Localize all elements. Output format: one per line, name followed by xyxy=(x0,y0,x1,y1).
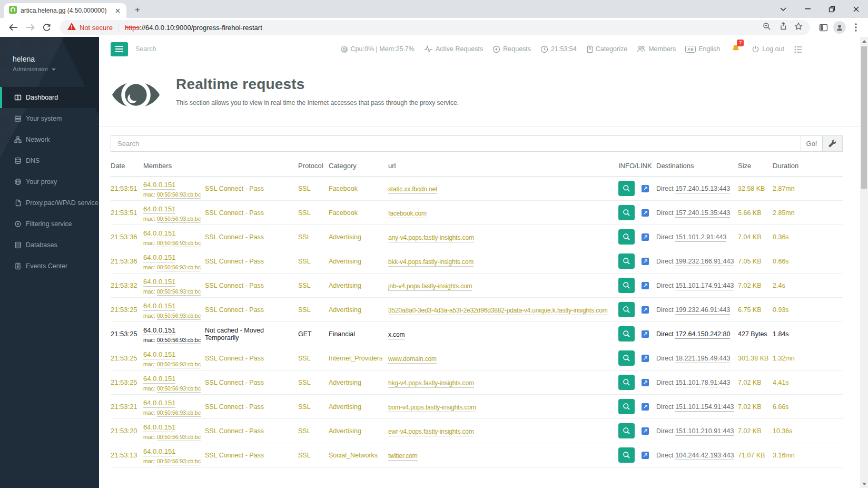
inspect-request-button[interactable] xyxy=(618,205,635,220)
destination-link[interactable]: 172.64.150.242:80 xyxy=(675,330,730,339)
sidebar-item-your-proxy[interactable]: Your proxy xyxy=(0,171,99,192)
sidebar-item-dashboard[interactable]: Dashboard xyxy=(0,87,99,108)
member-ip-link[interactable]: 64.0.0.151 xyxy=(143,350,175,359)
forward-button[interactable] xyxy=(23,21,37,34)
member-mac-link[interactable]: 00:50:56:93:cb:bc xyxy=(157,288,201,296)
external-link-button[interactable] xyxy=(642,306,649,314)
destination-link[interactable]: 199.232.46.91:443 xyxy=(675,306,730,315)
member-ip-link[interactable]: 64.0.0.151 xyxy=(143,205,175,214)
categorize-link[interactable]: Categorize xyxy=(586,45,627,53)
member-ip-link[interactable]: 64.0.0.151 xyxy=(143,181,175,190)
destination-link[interactable]: 157.240.15.35:443 xyxy=(675,209,730,218)
member-ip-link[interactable]: 64.0.0.151 xyxy=(143,375,175,384)
member-mac-link[interactable]: 00:50:56:93:cb:bc xyxy=(157,434,201,441)
user-role-dropdown[interactable]: Administrator xyxy=(13,66,99,72)
sidebar-item-events-center[interactable]: Events Center xyxy=(0,256,99,277)
task-list-icon[interactable] xyxy=(794,45,802,53)
language-selector[interactable]: AB English xyxy=(685,45,720,53)
external-link-button[interactable] xyxy=(642,330,649,338)
member-mac-link[interactable]: 00:50:56:93:cb:bc xyxy=(157,458,201,465)
address-bar[interactable]: Not secure https://64.0.0.10:9000/progre… xyxy=(60,20,810,35)
destination-link[interactable]: 199.232.166.91:443 xyxy=(675,258,734,266)
request-url-link[interactable]: ewr-v4.pops.fastly-insights.com xyxy=(388,428,474,436)
request-url-link[interactable]: 3520a8a0-3ed3-4d3a-a53f-2e32d96d3882-pda… xyxy=(388,307,608,315)
table-search-input[interactable] xyxy=(111,135,801,152)
minimize-button[interactable] xyxy=(795,0,820,18)
request-url-link[interactable]: x.com xyxy=(388,331,405,339)
external-link-button[interactable] xyxy=(642,209,649,217)
member-ip-link[interactable]: 64.0.0.151 xyxy=(143,447,175,456)
tab-search-chevron-icon[interactable] xyxy=(771,0,795,18)
active-requests-link[interactable]: Active Requests xyxy=(424,45,483,53)
requests-link[interactable]: Requests xyxy=(492,45,531,53)
inspect-request-button[interactable] xyxy=(618,229,635,245)
member-mac-link[interactable]: 00:50:56:93:cb:bc xyxy=(157,385,201,393)
external-link-button[interactable] xyxy=(642,379,649,386)
scrollbar-thumb[interactable] xyxy=(861,46,867,189)
member-mac-link[interactable]: 00:50:56:93:cb:bc xyxy=(157,216,201,223)
sidebar-item-databases[interactable]: Databases xyxy=(0,235,99,256)
destination-link[interactable]: 151.101.174.91:443 xyxy=(675,282,734,290)
external-link-button[interactable] xyxy=(642,355,649,362)
destination-link[interactable]: 151.101.210.91:443 xyxy=(675,427,734,436)
destination-link[interactable]: 18.221.195.49:443 xyxy=(675,355,730,363)
request-url-link[interactable]: bkk-v4.pops.fastly-insights.com xyxy=(388,258,474,267)
member-ip-link[interactable]: 64.0.0.151 xyxy=(143,423,175,432)
settings-wrench-button[interactable] xyxy=(823,135,843,152)
member-ip-link[interactable]: 64.0.0.151 xyxy=(143,399,175,408)
close-window-button[interactable] xyxy=(844,0,868,18)
external-link-button[interactable] xyxy=(642,282,649,289)
external-link-button[interactable] xyxy=(642,185,649,192)
inspect-request-button[interactable] xyxy=(618,447,635,463)
member-mac-link[interactable]: 00:50:56:93:cb:bc xyxy=(157,191,201,199)
inspect-request-button[interactable] xyxy=(618,423,635,438)
request-url-link[interactable]: any-v4.pops.fastly-insights.com xyxy=(388,234,474,242)
destination-link[interactable]: 151.101.2.91:443 xyxy=(675,233,726,242)
share-icon[interactable] xyxy=(778,22,787,33)
browser-tab[interactable]: artica.helena.gg (4.50.000000) xyxy=(4,3,126,18)
member-ip-link[interactable]: 64.0.0.151 xyxy=(143,229,175,238)
inspect-request-button[interactable] xyxy=(618,181,635,196)
inspect-request-button[interactable] xyxy=(618,302,635,317)
request-url-link[interactable]: twitter.com xyxy=(388,452,418,461)
member-ip-link[interactable]: 64.0.0.151 xyxy=(143,253,175,262)
go-button[interactable]: Go! xyxy=(801,135,823,152)
hamburger-menu-button[interactable] xyxy=(111,42,128,56)
request-url-link[interactable]: jnb-v4.pops.fastly-insights.com xyxy=(388,282,472,291)
tab-close-icon[interactable] xyxy=(113,6,122,15)
sidebar-item-your-system[interactable]: Your system xyxy=(0,108,99,129)
browser-scrollbar[interactable] xyxy=(860,37,868,488)
member-ip-link[interactable]: 64.0.0.151 xyxy=(143,326,175,335)
inspect-request-button[interactable] xyxy=(618,350,635,366)
external-link-button[interactable] xyxy=(642,452,649,459)
back-button[interactable] xyxy=(6,21,20,34)
sidebar-item-filtering-service[interactable]: Filtering service xyxy=(0,213,99,235)
external-link-button[interactable] xyxy=(642,403,649,411)
request-url-link[interactable]: static.xx.fbcdn.net xyxy=(388,186,437,194)
external-link-button[interactable] xyxy=(642,427,649,435)
scrollbar-up-arrow[interactable] xyxy=(860,37,868,45)
member-mac-link[interactable]: 00:50:56:93:cb:bc xyxy=(157,264,201,271)
member-mac-link[interactable]: 00:50:56:93:cb:bc xyxy=(157,337,201,344)
inspect-request-button[interactable] xyxy=(618,278,635,293)
destination-link[interactable]: 157.240.15.13:443 xyxy=(675,185,730,193)
logout-button[interactable]: Log out xyxy=(752,45,784,53)
bookmark-star-icon[interactable] xyxy=(794,22,803,33)
side-panel-icon[interactable] xyxy=(816,21,830,34)
request-url-link[interactable]: www.domain.com xyxy=(388,355,437,364)
restore-button[interactable] xyxy=(820,0,844,18)
external-link-button[interactable] xyxy=(642,258,649,265)
member-mac-link[interactable]: 00:50:56:93:cb:bc xyxy=(157,313,201,320)
profile-avatar[interactable] xyxy=(833,21,846,34)
destination-link[interactable]: 104.244.42.193:443 xyxy=(675,452,734,460)
destination-link[interactable]: 151.101.154.91:443 xyxy=(675,403,734,412)
inspect-request-button[interactable] xyxy=(618,253,635,269)
inspect-request-button[interactable] xyxy=(618,375,635,390)
topbar-search-input[interactable] xyxy=(135,45,257,53)
notifications-bell[interactable]: 7 xyxy=(732,44,740,54)
member-mac-link[interactable]: 00:50:56:93:cb:bc xyxy=(157,240,201,247)
sidebar-item-proxy-pac[interactable]: Proxy.pac/WPAD service xyxy=(0,192,99,213)
zoom-icon[interactable] xyxy=(763,22,771,33)
sidebar-item-network[interactable]: Network xyxy=(0,129,99,150)
external-link-button[interactable] xyxy=(642,233,649,241)
